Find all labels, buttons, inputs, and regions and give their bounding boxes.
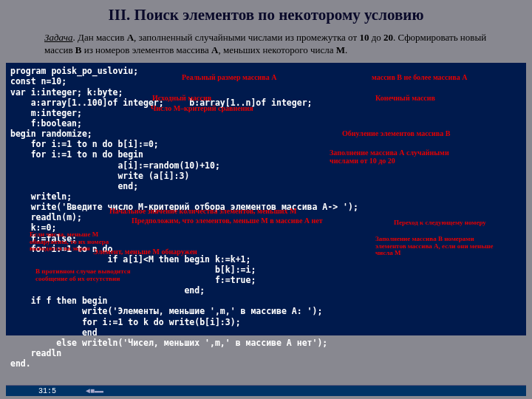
- ann-else: В противном случае выводится сообщение о…: [35, 268, 146, 282]
- slide-title: III. Поиск элементов по некоторому услов…: [0, 0, 532, 29]
- editor-status-bar: 31:5 ◄■▬▬: [6, 385, 526, 396]
- task-label: Задача: [44, 32, 73, 43]
- ann-next-i: Переход к следующему номеру: [394, 219, 486, 227]
- ann-fill-a: Заполнение массива А случайными числами …: [330, 149, 463, 165]
- ann-dst-array: Конечный массив: [375, 94, 435, 103]
- code-screenshot: program poisk_po_usloviu; const n=10; va…: [6, 63, 526, 335]
- ann-m-crit: Число М–критерий сравнения: [151, 104, 253, 113]
- cursor-position: 31:5: [38, 387, 56, 395]
- ann-if-found: Если числа, меньше М обнаружены, то их н…: [30, 231, 126, 252]
- ann-assume: Предположим, что элементов, меньше М в м…: [132, 216, 323, 225]
- task-paragraph: Задача. Дан массив A, заполненный случай…: [0, 29, 532, 61]
- ann-src-array: Исходный массив: [152, 94, 211, 103]
- ann-k-init: Начальное значение количества элементов,…: [109, 207, 297, 216]
- ann-real-size: Реальный размер массива А: [182, 73, 277, 82]
- scroll-marker-icon: ◄■▬▬: [86, 387, 103, 395]
- ann-b-limit: массив В не более массива А: [372, 73, 467, 82]
- ann-fill-b: Заполнение массива В номерами элементов …: [375, 236, 501, 256]
- ann-zero-b: Обнуление элементов массива В: [342, 129, 450, 138]
